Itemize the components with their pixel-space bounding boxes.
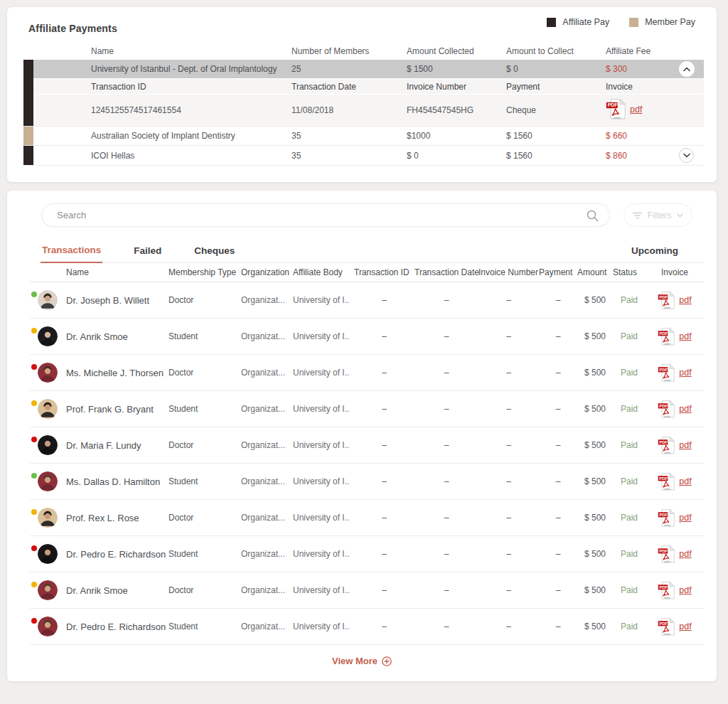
invoice-pdf-link[interactable]: PDF adobe pdf	[658, 617, 691, 636]
svg-text:adobe: adobe	[664, 415, 670, 417]
transaction-date: –	[414, 476, 478, 486]
transactions-panel: Filters Transactions Failed Cheques Upco…	[7, 191, 717, 681]
pdf-file-icon: PDF adobe	[658, 291, 675, 310]
detail-data-row: 1245125574517461554 11/08/2018 FH4545475…	[33, 95, 704, 126]
status-dot	[31, 292, 37, 297]
invoice-pdf-link[interactable]: PDF adobe pdf	[658, 363, 691, 383]
search-bar[interactable]	[41, 203, 610, 227]
payment-method: –	[539, 404, 577, 414]
tab-cheques[interactable]: Cheques	[193, 245, 236, 262]
tab-failed[interactable]: Failed	[132, 245, 163, 262]
tab-transactions[interactable]: Transactions	[41, 245, 102, 263]
avatar	[38, 326, 58, 346]
transaction-id: –	[354, 295, 414, 305]
status-dot	[31, 582, 37, 587]
affiliate-row[interactable]: Australian Society of Implant Dentistry …	[23, 127, 704, 146]
affiliate-name: ICOI Hellas	[33, 151, 291, 161]
organization: Organizat...	[241, 513, 293, 523]
table-row: Dr. Joseph B. Willett Doctor Organizat..…	[30, 282, 704, 319]
payment-method: –	[539, 440, 577, 450]
view-more-button[interactable]: View More	[332, 656, 392, 666]
table-body: Dr. Joseph B. Willett Doctor Organizat..…	[30, 282, 704, 645]
amount-collected: $1000	[407, 131, 506, 141]
tab-upcoming[interactable]: Upcoming	[631, 245, 678, 262]
expand-row-button[interactable]	[679, 148, 694, 163]
table-row: Dr. Anrik Smoe Doctor Organizat... Unive…	[30, 572, 704, 609]
amount: $ 500	[577, 368, 613, 378]
invoice-pdf-link[interactable]: PDF adobe pdf	[658, 327, 691, 346]
status-badge: Paid	[613, 440, 646, 450]
organization: Organizat...	[241, 585, 293, 595]
status-badge: Paid	[613, 368, 646, 378]
avatar	[38, 290, 58, 310]
invoice-pdf-link[interactable]: PDF adobe pdf	[658, 436, 691, 455]
status-dot	[31, 509, 37, 515]
amount-to-collect: $ 1560	[506, 151, 606, 161]
transaction-id: –	[354, 585, 414, 595]
transaction-date: –	[414, 622, 478, 631]
invoice-number: –	[478, 585, 539, 595]
transaction-id: 1245125574517461554	[33, 105, 291, 115]
membership-type: Doctor	[168, 513, 241, 523]
column-header: Amount Collected	[407, 46, 506, 56]
detail-column-header: Invoice	[606, 82, 704, 92]
status-badge: Paid	[613, 549, 646, 559]
members-count: 35	[291, 151, 407, 161]
amount: $ 500	[577, 295, 613, 305]
svg-text:adobe: adobe	[664, 596, 670, 599]
transaction-id: –	[354, 440, 414, 450]
status-badge: Paid	[613, 404, 646, 414]
affiliate-fee: $ 300	[606, 64, 679, 74]
status-dot	[31, 545, 37, 551]
column-header: Affiliate Body	[293, 267, 354, 277]
invoice-number: –	[478, 476, 539, 486]
svg-text:PDF: PDF	[660, 294, 668, 299]
transaction-date: –	[414, 404, 478, 414]
affiliate-body: University of I..	[293, 585, 354, 595]
filters-button[interactable]: Filters	[623, 203, 692, 227]
amount: $ 500	[577, 331, 613, 341]
invoice-pdf-link[interactable]: PDF adobe pdf	[658, 508, 691, 528]
organization: Organizat...	[241, 440, 293, 450]
svg-text:PDF: PDF	[660, 512, 668, 516]
payment-method: –	[539, 331, 577, 341]
pdf-link-label: pdf	[679, 331, 691, 341]
invoice-pdf-link[interactable]: PDF adobe pdf	[658, 581, 691, 600]
status-badge: Paid	[613, 331, 646, 341]
affiliate-fee: $ 660	[606, 131, 679, 141]
transaction-id: –	[354, 331, 414, 341]
membership-type: Student	[168, 404, 241, 414]
invoice-pdf-link[interactable]: PDF adobe pdf	[658, 291, 691, 310]
chevron-up-icon	[683, 67, 690, 72]
affiliate-row[interactable]: ICOI Hellas 35 $ 0 $ 1560 $ 860	[23, 146, 704, 166]
amount: $ 500	[577, 476, 613, 486]
collapse-row-button[interactable]	[679, 61, 695, 77]
membership-type: Student	[168, 622, 241, 631]
bar-spacer	[23, 43, 33, 60]
payment-method: –	[539, 513, 577, 523]
search-icon[interactable]	[587, 210, 599, 222]
affiliate-row-expanded[interactable]: University of Istanbul - Dept. of Oral I…	[23, 60, 704, 127]
affiliate-body: University of I..	[293, 549, 354, 559]
invoice-pdf-link[interactable]: PDF adobe pdf	[658, 472, 691, 491]
status-badge: Paid	[613, 585, 646, 595]
payment-method: –	[539, 295, 577, 305]
amount: $ 500	[577, 585, 613, 595]
membership-type: Doctor	[168, 585, 241, 595]
status-badge: Paid	[613, 622, 646, 631]
svg-text:PDF: PDF	[660, 439, 668, 444]
affiliate-name: University of Istanbul - Dept. of Oral I…	[33, 64, 291, 74]
column-header: Name	[30, 267, 168, 277]
avatar	[38, 435, 58, 455]
table-row: Ms. Michelle J. Thorsen Doctor Organizat…	[30, 355, 704, 391]
affiliate-body: University of I..	[293, 368, 354, 378]
invoice-pdf-link[interactable]: PDF adobe pdf	[606, 98, 642, 120]
svg-text:PDF: PDF	[660, 403, 668, 407]
search-input[interactable]	[42, 204, 609, 226]
payment-method: –	[539, 368, 577, 378]
invoice-pdf-link[interactable]: PDF adobe pdf	[658, 545, 691, 564]
avatar	[38, 363, 58, 383]
member-name: Dr. Joseph B. Willett	[66, 295, 149, 306]
svg-text:adobe: adobe	[664, 378, 670, 381]
invoice-pdf-link[interactable]: PDF adobe pdf	[658, 400, 691, 419]
